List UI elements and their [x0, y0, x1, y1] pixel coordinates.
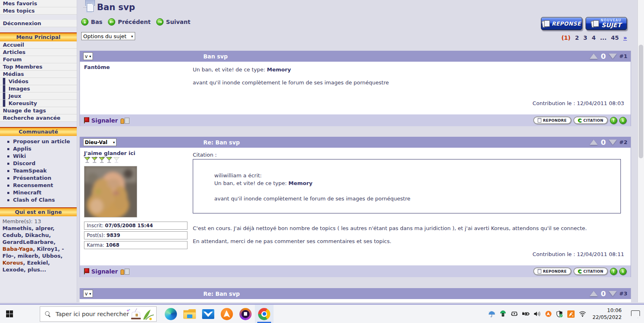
sidebar-item-top-membres[interactable]: Top Membres [0, 63, 77, 71]
sidebar-item-presentation[interactable]: Présentation [0, 175, 77, 182]
avast-app-button[interactable] [218, 305, 236, 323]
sidebar-item-minecraft[interactable]: Minecraft [0, 189, 77, 197]
sidebar-item-forum[interactable]: Forum [0, 56, 77, 63]
taskbar-clock[interactable]: 10:06 22/05/2022 [592, 307, 622, 321]
scroll-bottom-button[interactable]: ↓ [619, 268, 627, 275]
sidebar-item-discord[interactable]: Discord [0, 160, 77, 168]
avast-tray-icon[interactable] [545, 310, 552, 318]
sidebar-item-applis[interactable]: Applis [0, 146, 77, 153]
post-1-number[interactable]: #1 [619, 53, 627, 59]
topic-options-select[interactable]: Options du sujet ▾ [81, 32, 135, 40]
wifi-tray-icon[interactable] [579, 310, 586, 318]
sidebar-item-clash-of-clans[interactable]: Clash of Clans [0, 197, 77, 204]
sidebar-item-jeux[interactable]: Jeux [0, 93, 77, 100]
secure-browser-lock-icon [239, 308, 252, 320]
citation-button[interactable]: C CITATION [573, 116, 608, 124]
member-link-plus[interactable]: plus... [28, 267, 46, 273]
battery-tray-icon[interactable] [522, 310, 530, 318]
reply-page-icon [538, 269, 541, 273]
sidebar-item-recensement[interactable]: Recensement [0, 182, 77, 189]
camera-tray-icon[interactable] [510, 310, 518, 318]
member-link[interactable]: Dikachu [25, 232, 51, 238]
member-link[interactable]: Cedub [2, 232, 25, 238]
sidebar-item-koreusity[interactable]: Koreusity [0, 100, 77, 107]
sidebar-item-images[interactable]: Images [0, 85, 77, 93]
post-3-jump-select[interactable]: v ▾ [83, 290, 93, 297]
vpn-tray-icon[interactable] [499, 310, 507, 318]
repondre-button[interactable]: REPONDRE [533, 267, 571, 275]
member-link[interactable]: alprer [35, 225, 54, 231]
nav-bas-link[interactable]: ↓ Bas [81, 18, 102, 26]
scrollbar-thumb[interactable] [639, 45, 643, 158]
sidebar-item-deconnexion[interactable]: Déconnexion [0, 20, 77, 27]
taskbar-search-input[interactable]: Taper ici pour rechercher ✦ [40, 306, 157, 322]
citation-button[interactable]: C CITATION [573, 267, 608, 275]
security-shield-tray-icon[interactable] [556, 310, 564, 318]
memory-link[interactable]: Memory [289, 180, 312, 186]
member-link[interactable]: Ubbos [42, 253, 62, 259]
post-1-author[interactable]: Fantôme [84, 64, 189, 70]
sidebar-item-wiki[interactable]: Wiki [0, 153, 77, 160]
start-button[interactable] [0, 305, 19, 323]
mail-app-button[interactable] [199, 305, 218, 323]
member-link[interactable]: Kilroy1 [37, 246, 62, 252]
transfer-icon[interactable] [121, 269, 129, 274]
sidebar-item-recherche-avancee[interactable]: Recherche avancée [0, 114, 77, 122]
member-link[interactable]: mikerb [17, 253, 42, 259]
memory-link[interactable]: Memory [267, 67, 291, 73]
member-link[interactable]: Lexode [2, 267, 28, 273]
scroll-top-button[interactable]: ↑ [610, 268, 617, 275]
member-link-admin[interactable]: Koreus [2, 260, 27, 266]
sidebar-item-videos[interactable]: Vidéos [0, 78, 77, 85]
pagination-page-3[interactable]: 3 [584, 34, 588, 41]
notification-center-icon[interactable] [631, 310, 640, 317]
scroll-top-button[interactable]: ↑ [610, 117, 617, 124]
post-1: v ▾ Ban svp 0 #1 Fantôme Un ban, et vite… [80, 51, 631, 126]
sidebar-item-nuage-de-tags[interactable]: Nuage de tags [0, 107, 77, 114]
volume-tray-icon[interactable] [533, 310, 541, 318]
secure-browser-app-button[interactable] [236, 305, 255, 323]
post-2-number[interactable]: #2 [619, 139, 627, 145]
vote-up-icon[interactable] [590, 140, 598, 145]
rocket-tray-icon[interactable] [567, 310, 575, 318]
nouveau-sujet-button[interactable]: NOUVEAU SUJET [586, 17, 627, 30]
vote-up-icon[interactable] [590, 291, 598, 296]
post-3-number[interactable]: #3 [619, 291, 627, 297]
sidebar-item-teamspeak[interactable]: TeamSpeak [0, 168, 77, 175]
post-1-signaler-link[interactable]: Signaler [91, 117, 118, 124]
repondre-button[interactable]: REPONDRE [533, 116, 571, 124]
sidebar-item-mes-favoris[interactable]: Mes favoris [0, 0, 77, 7]
edge-app-button[interactable] [162, 305, 180, 323]
file-explorer-app-button[interactable] [180, 305, 199, 323]
nav-suivant-label: Suivant [166, 19, 190, 25]
transfer-icon[interactable] [121, 118, 129, 123]
member-link[interactable]: GerardLeBarbare [2, 239, 56, 245]
member-link-admin[interactable]: Baba-Yaga [2, 246, 37, 252]
chrome-app-button-active[interactable] [255, 305, 274, 323]
weather-umbrella-icon[interactable] [488, 310, 495, 318]
scrollbar[interactable] [638, 0, 644, 302]
sidebar-item-mes-topics[interactable]: Mes topics [0, 7, 77, 15]
pagination-next-link[interactable]: » [623, 34, 627, 41]
pagination-page-4[interactable]: 4 [592, 34, 596, 41]
post-2-author-select[interactable]: Dieu-Val ▾ [83, 138, 116, 146]
sidebar-item-articles[interactable]: Articles [0, 49, 77, 56]
vote-down-icon[interactable] [609, 140, 617, 145]
nav-suivant-link[interactable]: → Suivant [156, 18, 190, 26]
sidebar-item-medias[interactable]: Médias [0, 71, 77, 78]
nav-precedent-link[interactable]: ← Précédent [108, 18, 151, 26]
sidebar-item-accueil[interactable]: Accueil [0, 41, 77, 49]
chevron-down-icon: ▾ [113, 140, 115, 144]
member-link[interactable]: Ezekiel [27, 260, 50, 266]
pagination-page-45[interactable]: 45 [611, 34, 619, 41]
post-1-jump-select[interactable]: v ▾ [83, 52, 93, 60]
reponse-button[interactable]: REPONSE [541, 17, 582, 30]
post-2-signaler-link[interactable]: Signaler [91, 268, 118, 275]
scroll-bottom-button[interactable]: ↓ [619, 117, 627, 124]
vote-down-icon[interactable] [609, 291, 617, 296]
member-link[interactable]: Mamethis [2, 225, 35, 231]
sidebar-item-proposer-article[interactable]: Proposer un article [0, 138, 77, 146]
vote-up-icon[interactable] [590, 54, 598, 59]
vote-down-icon[interactable] [609, 54, 617, 59]
pagination-page-2[interactable]: 2 [575, 34, 579, 41]
